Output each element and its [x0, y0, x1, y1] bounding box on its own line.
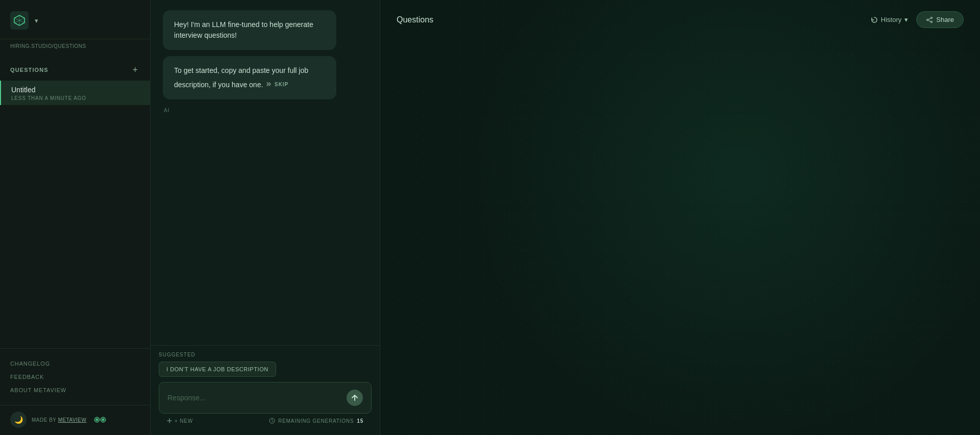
plus-icon [167, 418, 172, 423]
questions-section-title: QUESTIONS [10, 67, 48, 73]
share-icon [926, 16, 933, 23]
chat-bottom-bar: + NEW REMAINING GENERATIONS 15 [159, 414, 372, 430]
svg-point-3 [96, 419, 98, 421]
response-input-area [159, 382, 372, 414]
chat-footer: SUGGESTED I DON'T HAVE A JOB DESCRIPTION… [151, 345, 380, 435]
chat-messages: Hey! I'm an LLM fine-tuned to help gener… [151, 0, 380, 345]
history-button[interactable]: History ▾ [871, 16, 908, 23]
sidebar-bottom: 🌙 MADE BY METAVIEW [0, 405, 150, 435]
panel-title: Questions [397, 15, 433, 24]
panel-header: Questions History ▾ Share [380, 0, 980, 39]
sidebar: ▾ HIRING.STUDIO/QUESTIONS QUESTIONS + Un… [0, 0, 151, 435]
item-title: Untitled [11, 86, 140, 94]
chat-panel: Hey! I'm an LLM fine-tuned to help gener… [151, 0, 380, 435]
svg-point-6 [931, 17, 933, 18]
metaview-logo-mark [93, 415, 107, 424]
remaining-generations: REMAINING GENERATIONS 15 [269, 418, 363, 424]
chat-bubble-1: Hey! I'm an LLM fine-tuned to help gener… [163, 10, 336, 50]
header-actions: History ▾ Share [871, 11, 964, 28]
skip-icon [265, 81, 272, 87]
history-chevron-icon: ▾ [904, 16, 908, 23]
questions-section-header: QUESTIONS + [0, 56, 150, 81]
item-timestamp: LESS THAN A MINUTE AGO [11, 95, 140, 101]
app-logo[interactable] [10, 11, 29, 30]
logo-chevron-icon[interactable]: ▾ [35, 17, 38, 24]
chat-bubble-2: To get started, copy and paste your full… [163, 56, 336, 99]
untitled-item[interactable]: Untitled LESS THAN A MINUTE AGO [0, 81, 150, 105]
changelog-link[interactable]: CHANGELOG [10, 357, 140, 370]
remaining-icon [269, 418, 275, 424]
share-button[interactable]: Share [916, 11, 964, 28]
bubble-text-1: Hey! I'm an LLM fine-tuned to help gener… [174, 20, 313, 39]
ai-label: AI [163, 108, 368, 113]
svg-point-7 [931, 21, 933, 22]
send-icon [351, 394, 358, 401]
send-button[interactable] [347, 390, 363, 406]
response-input[interactable] [167, 394, 341, 402]
skip-button[interactable]: SKIP [265, 81, 288, 87]
theme-toggle-button[interactable]: 🌙 [10, 412, 27, 428]
metaview-link[interactable]: METAVIEW [58, 417, 87, 423]
remaining-count: 15 [357, 418, 363, 424]
questions-panel: Questions History ▾ Share [380, 0, 980, 435]
feedback-link[interactable]: FEEDBACK [10, 370, 140, 383]
no-job-description-button[interactable]: I DON'T HAVE A JOB DESCRIPTION [159, 362, 276, 377]
sidebar-footer: CHANGELOG FEEDBACK ABOUT METAVIEW [0, 348, 150, 405]
sidebar-path: HIRING.STUDIO/QUESTIONS [0, 43, 150, 56]
svg-point-4 [102, 419, 104, 421]
sidebar-header: ▾ [0, 0, 150, 39]
made-by-text: MADE BY METAVIEW [32, 417, 86, 423]
history-icon [871, 16, 878, 23]
add-question-button[interactable]: + [130, 64, 140, 75]
about-metaview-link[interactable]: ABOUT METAVIEW [10, 383, 140, 397]
new-button[interactable]: + NEW [167, 418, 193, 424]
svg-point-8 [927, 19, 928, 20]
suggested-label: SUGGESTED [159, 352, 372, 357]
